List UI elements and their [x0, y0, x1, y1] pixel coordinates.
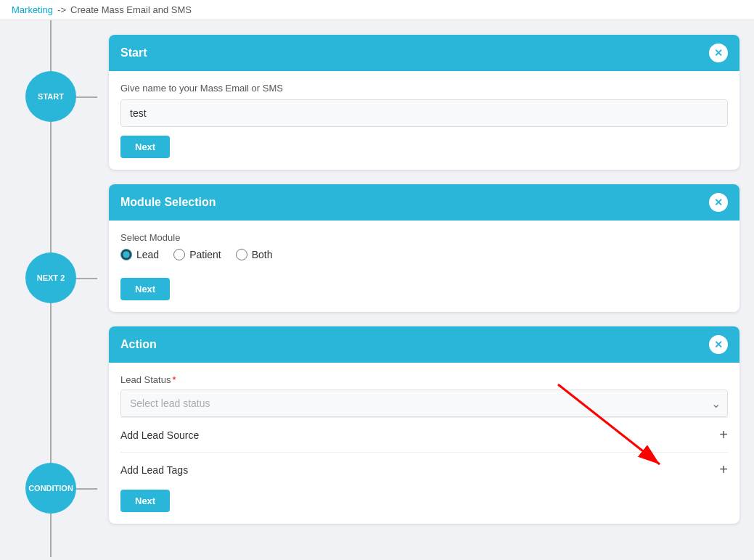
module-radio-group: Lead Patient Both — [120, 249, 728, 260]
breadcrumb: Marketing -> Create Mass Email and SMS — [0, 0, 754, 20]
action-card-header: Action ✕ — [109, 326, 739, 363]
start-card: Start ✕ Give name to your Mass Email or … — [109, 35, 739, 170]
action-next-button[interactable]: Next — [120, 490, 170, 512]
lead-status-wrapper: Select lead status ⌄ — [120, 390, 728, 417]
breadcrumb-current: Create Mass Email and SMS — [70, 4, 192, 15]
lead-status-label: Lead Status* — [120, 374, 728, 385]
add-lead-source-label: Add Lead Source — [120, 429, 199, 441]
module-selection-card: Module Selection ✕ Select Module Lead Pa… — [109, 184, 739, 312]
start-next-button[interactable]: Next — [120, 136, 170, 158]
sidebar: START NEXT 2 CONDITION — [0, 20, 102, 557]
select-module-label: Select Module — [120, 232, 728, 243]
radio-lead-input[interactable] — [120, 249, 132, 260]
h-connector-condition — [75, 488, 97, 490]
node-next2[interactable]: NEXT 2 — [25, 252, 76, 303]
add-lead-source-plus-icon: + — [719, 427, 728, 443]
add-lead-source-row[interactable]: Add Lead Source + — [120, 417, 728, 452]
node-condition[interactable]: CONDITION — [25, 463, 76, 514]
radio-lead[interactable]: Lead — [120, 249, 159, 260]
radio-patient[interactable]: Patient — [173, 249, 221, 260]
start-card-header: Start ✕ — [109, 35, 739, 71]
start-card-body: Give name to your Mass Email or SMS Next — [109, 71, 739, 170]
node-start[interactable]: START — [25, 71, 76, 122]
start-card-close-button[interactable]: ✕ — [709, 44, 728, 62]
start-name-label: Give name to your Mass Email or SMS — [120, 83, 728, 94]
add-lead-tags-row[interactable]: Add Lead Tags + — [120, 452, 728, 487]
add-lead-tags-plus-icon: + — [719, 461, 728, 478]
radio-patient-input[interactable] — [173, 249, 185, 260]
radio-lead-label: Lead — [136, 249, 159, 260]
breadcrumb-parent[interactable]: Marketing — [12, 4, 53, 15]
action-card-body: Lead Status* Select lead status ⌄ Add Le… — [109, 363, 739, 524]
action-card: Action ✕ Lead Status* Select lead status… — [109, 326, 739, 524]
breadcrumb-separator: -> — [57, 4, 66, 15]
module-card-close-button[interactable]: ✕ — [709, 193, 728, 212]
required-star: * — [172, 374, 176, 385]
add-lead-tags-label: Add Lead Tags — [120, 464, 188, 476]
module-next-button[interactable]: Next — [120, 278, 170, 300]
radio-both-label: Both — [252, 249, 273, 260]
h-connector-next2 — [75, 278, 97, 279]
start-name-input[interactable] — [120, 99, 728, 127]
radio-both[interactable]: Both — [236, 249, 273, 260]
radio-both-input[interactable] — [236, 249, 247, 260]
h-connector-start — [75, 96, 97, 98]
lead-status-select[interactable]: Select lead status — [120, 390, 728, 417]
radio-patient-label: Patient — [189, 249, 221, 260]
action-card-close-button[interactable]: ✕ — [709, 335, 728, 354]
module-card-body: Select Module Lead Patient Both N — [109, 221, 739, 312]
lead-status-field: Lead Status* Select lead status ⌄ — [120, 374, 728, 417]
module-card-header: Module Selection ✕ — [109, 184, 739, 221]
